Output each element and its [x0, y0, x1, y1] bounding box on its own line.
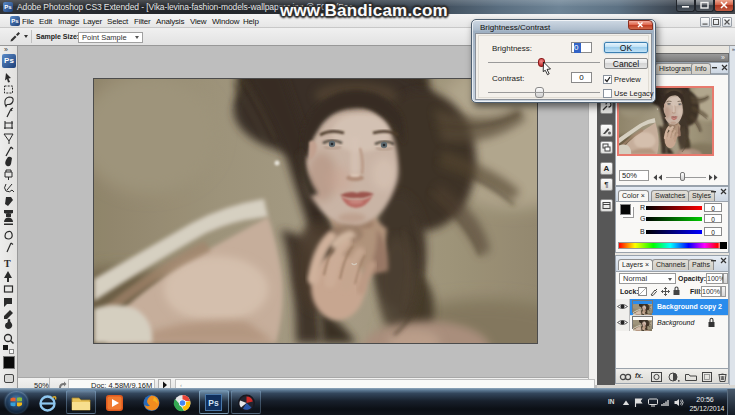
svg-text:T: T	[4, 258, 11, 269]
